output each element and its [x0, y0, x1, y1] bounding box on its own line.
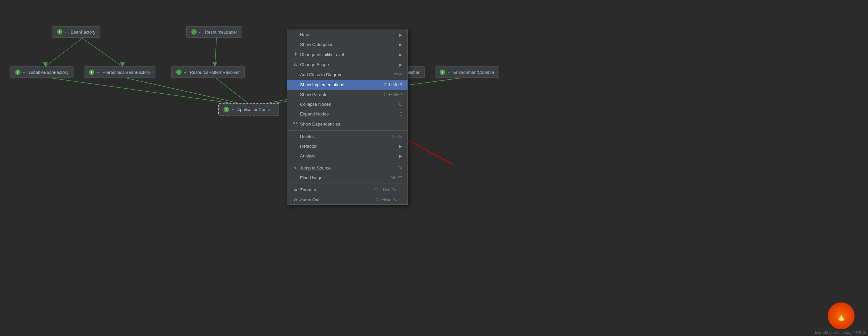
watermark-logo: 🔥: [828, 302, 855, 329]
menu-item-label: Show Parents: [300, 92, 327, 97]
menu-item-label: Expand Nodes: [300, 112, 329, 117]
node-listablebeanfactory[interactable]: I ⌐ ListableBeanFactory: [10, 66, 73, 78]
node-label: BeanFactory: [70, 30, 95, 35]
svg-rect-19: [296, 123, 298, 124]
menu-item-label: Refactor: [300, 144, 316, 149]
node-icon: I: [176, 69, 182, 75]
node-label: ResourceLoader: [205, 30, 237, 35]
submenu-arrow: ▶: [399, 144, 402, 149]
menu-item-change-scope[interactable]: Change Scope ▶: [287, 60, 407, 69]
menu-item-show-dependencies[interactable]: Show Dependencies: [287, 119, 407, 129]
node-icon: I: [191, 29, 197, 35]
url-bar: https://blog.csdn.net/qq_42805101: [815, 331, 867, 335]
menu-item-new[interactable]: New ▶: [287, 30, 407, 40]
menu-item-collapse-nodes[interactable]: Collapse Nodes C: [287, 99, 407, 109]
menu-item-label: Show Categories: [300, 42, 333, 47]
node-beanfactory[interactable]: I ⌐ BeanFactory: [52, 26, 100, 38]
menu-item-delete[interactable]: Delete... Delete: [287, 131, 407, 141]
menu-item-add-class[interactable]: Add Class to Diagram... 空格: [287, 69, 407, 80]
menu-item-refactor[interactable]: Refactor ▶: [287, 141, 407, 151]
visibility-icon: [293, 52, 298, 57]
node-icon: I: [15, 69, 21, 75]
menu-divider: [287, 130, 407, 130]
menu-item-shortcut: Ctrl+NumPad +: [374, 188, 402, 192]
menu-item-label: Jump to Source: [300, 165, 331, 171]
menu-item-left: Analyze: [293, 153, 315, 158]
menu-item-label: Change Scope: [300, 62, 329, 67]
submenu-arrow: ▶: [399, 154, 402, 158]
svg-line-6: [45, 77, 252, 106]
menu-item-left: Show Parents: [293, 92, 327, 97]
node-label: ListableBeanFactory: [29, 70, 68, 75]
menu-item-zoom-out[interactable]: ⊖ Zoom Out Ctrl+NumPad -: [287, 195, 407, 205]
menu-item-shortcut: C: [399, 102, 402, 107]
node-icon: I: [223, 107, 229, 112]
menu-item-shortcut: E: [399, 112, 402, 117]
node-resourceloader[interactable]: I ⌐ ResourceLoader: [186, 26, 242, 38]
svg-line-2: [82, 38, 123, 66]
submenu-arrow: ▶: [399, 42, 402, 47]
menu-item-label: Find Usages: [300, 175, 324, 180]
node-icon: I: [89, 69, 94, 75]
node-icon: I: [440, 69, 445, 75]
menu-item-jump-to-source[interactable]: ✎ Jump to Source F4: [287, 163, 407, 173]
menu-item-change-visibility[interactable]: Change Visibility Level ▶: [287, 49, 407, 60]
interface-icon: ⌐: [97, 70, 99, 74]
menu-item-show-implementations[interactable]: Show Implementations Ctrl+Alt+B: [287, 80, 407, 90]
interface-icon: ⌐: [23, 70, 25, 74]
menu-item-zoom-in[interactable]: ⊕ Zoom In Ctrl+NumPad +: [287, 185, 407, 195]
jump-icon: ✎: [293, 166, 298, 171]
node-hierarchicalbeanfactory[interactable]: I ⌐ HierarchicalBeanFactory: [84, 66, 155, 78]
node-environmentcapable[interactable]: I ⌐ EnvironmentCapable: [435, 66, 499, 78]
interface-icon: ⌐: [65, 30, 67, 34]
svg-marker-5: [213, 62, 217, 66]
menu-item-label: Show Dependencies: [300, 122, 340, 126]
menu-item-show-categories[interactable]: Show Categories ▶: [287, 40, 407, 49]
menu-item-shortcut: Delete: [391, 134, 402, 139]
svg-marker-1: [43, 62, 48, 66]
menu-item-find-usages[interactable]: Find Usages Alt+F7: [287, 173, 407, 183]
svg-line-4: [215, 38, 217, 66]
node-applicationcontext[interactable]: I ⌐ ApplicationConte...: [218, 103, 279, 116]
dependencies-icon: [293, 121, 298, 127]
menu-item-show-parents[interactable]: Show Parents Ctrl+Alt+P: [287, 90, 407, 99]
node-label: ResourcePatternResolver: [190, 70, 240, 75]
interface-icon: ⌐: [448, 70, 450, 74]
menu-item-label: Zoom In: [300, 187, 316, 192]
menu-item-label: Zoom Out: [300, 197, 319, 202]
menu-item-left: Add Class to Diagram...: [293, 72, 346, 77]
menu-item-label: Add Class to Diagram...: [300, 72, 346, 77]
zoom-out-icon: ⊖: [293, 197, 298, 202]
menu-item-left: ✎ Jump to Source: [293, 165, 331, 171]
interface-icon: ⌐: [199, 30, 202, 34]
menu-item-left: Show Dependencies: [293, 121, 340, 127]
svg-marker-3: [120, 62, 125, 66]
menu-item-label: Delete...: [300, 134, 316, 139]
menu-item-shortcut: Ctrl+Alt+B: [384, 83, 402, 87]
menu-item-shortcut: Ctrl+NumPad -: [375, 197, 402, 202]
menu-item-left: Change Visibility Level: [293, 52, 344, 57]
menu-item-label: Analyze: [300, 153, 315, 158]
menu-item-left: New: [293, 32, 309, 37]
menu-divider-2: [287, 162, 407, 162]
submenu-arrow: ▶: [399, 52, 402, 57]
diagram-canvas: I ⌐ BeanFactory I ⌐ ResourceLoader I ⌐ L…: [0, 0, 868, 336]
menu-item-left: Change Scope: [293, 62, 329, 67]
menu-item-left: Find Usages: [293, 175, 324, 180]
svg-line-0: [45, 38, 82, 66]
menu-item-left: ⊖ Zoom Out: [293, 197, 319, 202]
interface-icon: ⌐: [184, 70, 186, 74]
menu-item-left: ⊕ Zoom In: [293, 187, 316, 192]
node-label: ApplicationConte...: [237, 107, 274, 112]
node-resourcepatternresolver[interactable]: I ⌐ ResourcePatternResolver: [171, 66, 245, 78]
menu-item-expand-nodes[interactable]: Expand Nodes E: [287, 109, 407, 119]
menu-item-left: Refactor: [293, 144, 316, 149]
svg-rect-18: [293, 123, 295, 124]
menu-item-left: Expand Nodes: [293, 112, 329, 117]
svg-point-16: [295, 53, 296, 55]
menu-item-left: Show Implementations: [293, 82, 344, 87]
menu-item-analyze[interactable]: Analyze ▶: [287, 151, 407, 161]
menu-item-left: Delete...: [293, 134, 316, 139]
interface-icon: ⌐: [231, 108, 234, 112]
menu-item-left: Collapse Nodes: [293, 102, 331, 107]
